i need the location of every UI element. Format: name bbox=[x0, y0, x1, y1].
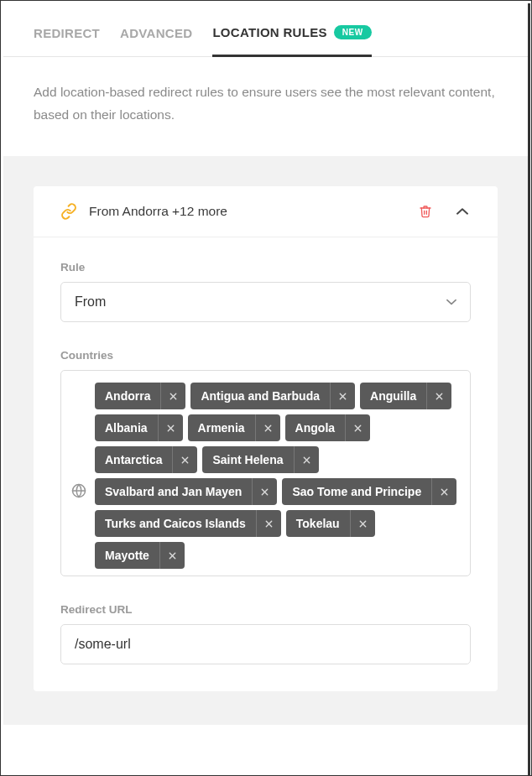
close-icon[interactable] bbox=[159, 542, 185, 569]
close-icon[interactable] bbox=[252, 478, 277, 505]
country-chip: Antarctica bbox=[95, 446, 197, 473]
close-icon[interactable] bbox=[345, 414, 370, 441]
country-chip-label: Armenia bbox=[188, 414, 255, 441]
country-chip: Tokelau bbox=[286, 510, 375, 537]
country-chip: Anguilla bbox=[360, 383, 451, 409]
country-chip-label: Antarctica bbox=[95, 446, 172, 473]
app-frame: REDIRECT ADVANCED LOCATION RULES NEW Add… bbox=[0, 0, 532, 776]
rule-card-header[interactable]: From Andorra +12 more bbox=[34, 186, 498, 237]
country-chip: Saint Helena bbox=[202, 446, 318, 473]
close-icon[interactable] bbox=[431, 478, 456, 505]
inner-container: REDIRECT ADVANCED LOCATION RULES NEW Add… bbox=[3, 3, 530, 775]
country-chip: Antigua and Barbuda bbox=[190, 383, 355, 409]
redirect-url-field: Redirect URL bbox=[60, 603, 471, 664]
tab-location-rules[interactable]: LOCATION RULES NEW bbox=[212, 25, 371, 57]
close-icon[interactable] bbox=[172, 446, 197, 473]
country-chip: Turks and Caicos Islands bbox=[95, 510, 281, 537]
rule-label: Rule bbox=[60, 261, 471, 273]
link-icon bbox=[60, 203, 77, 220]
country-chip-label: Svalbard and Jan Mayen bbox=[95, 478, 252, 505]
redirect-url-input[interactable] bbox=[60, 624, 471, 664]
trash-icon[interactable] bbox=[419, 204, 432, 219]
country-chip-label: Sao Tome and Principe bbox=[282, 478, 431, 505]
tab-bar: REDIRECT ADVANCED LOCATION RULES NEW bbox=[3, 3, 528, 57]
country-chip: Angola bbox=[285, 414, 370, 441]
intro-text: Add location-based redirect rules to ens… bbox=[3, 57, 528, 156]
rule-select[interactable]: From bbox=[60, 282, 471, 322]
rule-select-wrap: From bbox=[60, 282, 471, 322]
close-icon[interactable] bbox=[330, 383, 355, 409]
country-chip-label: Saint Helena bbox=[202, 446, 293, 473]
chevron-up-icon[interactable] bbox=[456, 207, 469, 216]
redirect-url-label: Redirect URL bbox=[60, 603, 471, 616]
close-icon[interactable] bbox=[426, 383, 451, 409]
country-chip: Armenia bbox=[188, 414, 280, 441]
countries-label: Countries bbox=[60, 349, 471, 362]
country-chip: Albania bbox=[95, 414, 183, 441]
country-chip-label: Mayotte bbox=[95, 542, 159, 569]
tab-advanced[interactable]: ADVANCED bbox=[120, 26, 192, 55]
country-chip: Sao Tome and Principe bbox=[282, 478, 456, 505]
country-chip: Andorra bbox=[95, 383, 185, 409]
rule-card-title: From Andorra +12 more bbox=[89, 204, 419, 219]
countries-input[interactable]: AndorraAntigua and BarbudaAnguillaAlbani… bbox=[60, 370, 471, 576]
country-chip-label: Andorra bbox=[95, 383, 160, 409]
rules-panel: From Andorra +12 more Rule bbox=[3, 156, 528, 725]
country-chip-label: Tokelau bbox=[286, 510, 350, 537]
globe-icon bbox=[71, 483, 86, 498]
countries-field: Countries AndorraAntigua and BarbudaAngu… bbox=[60, 349, 471, 576]
country-chip-label: Antigua and Barbuda bbox=[190, 383, 330, 409]
close-icon[interactable] bbox=[158, 414, 183, 441]
new-badge: NEW bbox=[334, 25, 372, 39]
country-chip-label: Albania bbox=[95, 414, 158, 441]
countries-chip-list: AndorraAntigua and BarbudaAnguillaAlbani… bbox=[95, 383, 460, 569]
country-chip: Mayotte bbox=[95, 542, 185, 569]
country-chip-label: Anguilla bbox=[360, 383, 426, 409]
close-icon[interactable] bbox=[350, 510, 375, 537]
rule-card: From Andorra +12 more Rule bbox=[34, 186, 498, 691]
close-icon[interactable] bbox=[160, 383, 185, 409]
rule-card-body: Rule From Countries bbox=[34, 237, 498, 691]
close-icon[interactable] bbox=[255, 414, 280, 441]
rule-field: Rule From bbox=[60, 261, 471, 322]
close-icon[interactable] bbox=[256, 510, 281, 537]
close-icon[interactable] bbox=[294, 446, 319, 473]
tab-redirect[interactable]: REDIRECT bbox=[34, 26, 100, 55]
country-chip: Svalbard and Jan Mayen bbox=[95, 478, 277, 505]
country-chip-label: Angola bbox=[285, 414, 345, 441]
tab-location-rules-label: LOCATION RULES bbox=[212, 25, 326, 39]
country-chip-label: Turks and Caicos Islands bbox=[95, 510, 256, 537]
